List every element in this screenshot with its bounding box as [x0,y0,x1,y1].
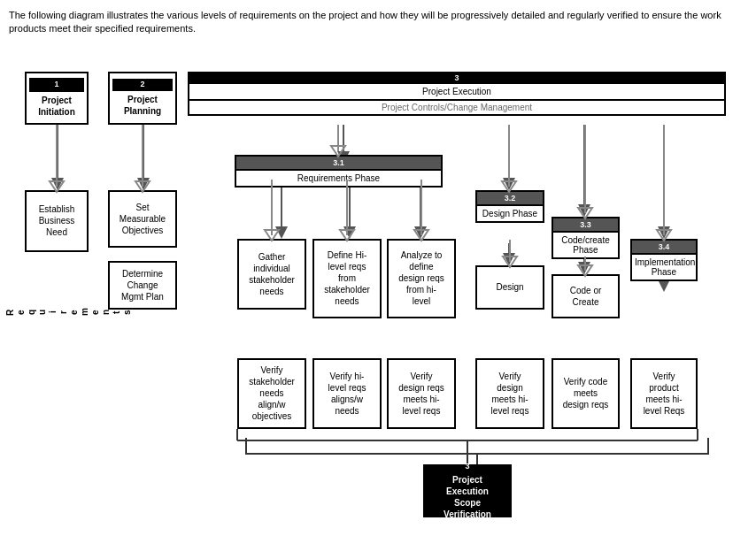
diagram-wrapper: 1 Project Initiation 2 Project Planning … [9,47,744,525]
bottom-box-label: Project Execution Scope Verification [444,474,491,520]
phase2-box: 2 Project Planning [108,72,177,125]
determine-change-label: Determine Change Mgmt Plan [121,268,164,302]
svg-marker-10 [578,204,590,217]
phase31-container: 3.1 Requirements Phase [235,155,443,188]
svg-marker-24 [658,279,670,292]
bottom-box-number: 3 [465,462,469,472]
phase31-number: 3.1 [235,155,443,171]
phase34-number: 3.4 [630,239,698,255]
svg-marker-16 [343,226,356,239]
analyze-design-box: Analyze to define design reqs from hi- l… [387,239,456,318]
phase33-label: Code/create Phase [552,233,620,259]
phase2-label: Project Planning [124,94,161,117]
phase2-number: 2 [112,79,173,91]
set-measurable-objectives-box: Set Measurable Objectives [108,190,177,248]
design-label: Design [496,281,523,293]
levels-label: L e v e l s o f R e q u i r e m e n t s [9,153,23,471]
code-create-label: Code or Create [570,285,602,308]
verify-code-meets-label: Verify code meets design reqs [563,376,609,410]
set-measurable-label: Set Measurable Objectives [120,202,166,236]
analyze-design-label: Analyze to define design reqs from hi- l… [398,249,444,307]
verify-hi-level-box: Verify hi- level reqs aligns/w needs [312,358,382,429]
svg-marker-12 [658,226,670,239]
phase31-label: Requirements Phase [235,171,443,188]
verify-design-reqs-label: Verify design reqs meets hi- level reqs [398,371,444,417]
verify-stakeholder-label: Verify stakeholder needs align/w objecti… [249,364,295,422]
define-hi-level-box: Define Hi- level reqs from stakeholder n… [312,239,382,318]
establish-business-need-box: Establish Business Need [25,190,89,252]
phase1-number: 1 [29,78,84,92]
define-hi-level-label: Define Hi- level reqs from stakeholder n… [324,249,370,307]
svg-marker-14 [275,226,288,239]
code-create-box: Code or Create [552,274,620,318]
phase33-container: 3.3 Code/create Phase [552,217,620,259]
phase3-container: 3 Project Execution Project Controls/Cha… [188,72,726,116]
phase32-label: Design Phase [475,206,544,223]
verify-design-reqs-box: Verify design reqs meets hi- level reqs [387,358,456,429]
phase1-label: Project Initiation [38,95,75,118]
phase34-label: Implementation Phase [630,255,698,281]
phase3-ctrl-label: Project Controls/Change Management [188,101,726,116]
description-text: The following diagram illustrates the va… [9,9,747,36]
establish-business-need-label: Establish Business Need [39,203,75,238]
phase32-number: 3.2 [475,190,544,206]
verify-code-meets-box: Verify code meets design reqs [552,358,620,429]
svg-marker-20 [503,253,515,265]
svg-marker-2 [51,178,64,190]
gather-stakeholder-box: Gather individual stakeholder needs [237,239,306,310]
verify-product-label: Verify product meets hi- level Reqs [644,371,685,417]
verify-hi-level-label: Verify hi- level reqs aligns/w needs [328,371,366,417]
bottom-verification-box: 3 Project Execution Scope Verification [423,464,512,517]
gather-stakeholder-label: Gather individual stakeholder needs [249,251,295,297]
phase33-number: 3.3 [552,217,620,233]
svg-marker-4 [137,178,150,190]
determine-change-mgmt-box: Determine Change Mgmt Plan [108,261,177,310]
svg-marker-18 [414,226,427,239]
verify-design-meets-box: Verify design meets hi- level reqs [475,358,544,429]
verify-product-meets-box: Verify product meets hi- level Reqs [630,358,698,429]
phase3-number: 3 [188,72,726,84]
phase32-container: 3.2 Design Phase [475,190,544,223]
svg-marker-22 [578,262,590,274]
verify-stakeholder-box: Verify stakeholder needs align/w objecti… [237,358,306,429]
svg-marker-8 [503,178,515,190]
phase1-box: 1 Project Initiation [25,72,89,125]
phase34-container: 3.4 Implementation Phase [630,239,698,281]
design-box: Design [475,265,544,310]
phase3-exec-label: Project Execution [188,84,726,101]
verify-design-meets-label: Verify design meets hi- level reqs [491,371,529,417]
